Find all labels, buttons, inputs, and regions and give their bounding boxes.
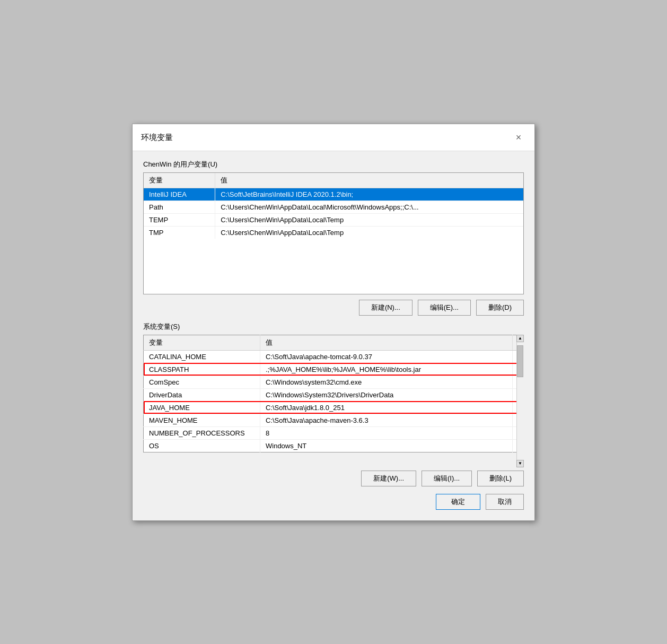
scrollbar-thumb[interactable]	[517, 345, 523, 377]
scrollbar-down-arrow[interactable]: ▼	[516, 460, 524, 467]
user-col-var: 变量	[144, 173, 215, 188]
system-delete-button[interactable]: 删除(L)	[477, 471, 524, 486]
user-val-cell: C:\Soft\JetBrains\IntelliJ IDEA 2020.1.2…	[215, 188, 523, 201]
user-table-row[interactable]: TMPC:\Users\ChenWin\AppData\Local\Temp	[144, 226, 523, 239]
user-table-row[interactable]: TEMPC:\Users\ChenWin\AppData\Local\Temp	[144, 213, 523, 226]
cancel-button[interactable]: 取消	[486, 494, 524, 510]
user-col-val: 值	[215, 173, 523, 188]
system-val-cell: 8	[260, 427, 513, 439]
bottom-buttons-row: 确定 取消	[143, 494, 524, 510]
dialog-title: 环境变量	[141, 133, 173, 143]
system-table-row[interactable]: OSWindows_NT	[144, 439, 524, 452]
scrollbar-track: ▲ ▼	[516, 335, 524, 467]
user-section-label: ChenWin 的用户变量(U)	[143, 160, 524, 169]
system-variables-table: 变量 值 CATALINA_HOMEC:\Soft\Java\apache-to…	[143, 335, 524, 452]
system-table-row[interactable]: DriverDataC:\Windows\System32\Drivers\Dr…	[144, 388, 524, 401]
system-var-cell: MAVEN_HOME	[144, 414, 260, 427]
system-table-row[interactable]: JAVA_HOMEC:\Soft\Java\jdk1.8.0_251	[144, 401, 524, 414]
close-button[interactable]: ×	[511, 130, 526, 145]
scrollbar-up-arrow[interactable]: ▲	[516, 335, 524, 342]
system-edit-button[interactable]: 编辑(I)...	[422, 471, 472, 486]
system-val-cell: .;%JAVA_HOME%\lib;%JAVA_HOME%\lib\tools.…	[260, 363, 513, 376]
user-var-cell: IntelliJ IDEA	[144, 188, 215, 201]
system-variables-section: 系统变量(S) 变量 值 CATALINA_HOMEC:\Soft\Java\a…	[143, 322, 524, 486]
user-variables-section: ChenWin 的用户变量(U) 变量 值 IntelliJ IDEAC:\So…	[143, 160, 524, 316]
system-var-cell: CLASSPATH	[144, 363, 260, 376]
system-section-label: 系统变量(S)	[143, 322, 524, 332]
system-var-cell: NUMBER_OF_PROCESSORS	[144, 427, 260, 439]
system-table-row[interactable]: NUMBER_OF_PROCESSORS8	[144, 427, 524, 439]
user-variables-table: 变量 值 IntelliJ IDEAC:\Soft\JetBrains\Inte…	[144, 173, 523, 239]
system-col-var: 变量	[144, 335, 260, 350]
system-var-cell: DriverData	[144, 388, 260, 401]
environment-variables-dialog: 环境变量 × ChenWin 的用户变量(U) 变量 值 IntelliJ ID…	[132, 124, 535, 521]
user-var-cell: TEMP	[144, 213, 215, 226]
user-variables-table-container: 变量 值 IntelliJ IDEAC:\Soft\JetBrains\Inte…	[143, 172, 524, 294]
title-bar: 环境变量 ×	[133, 124, 534, 151]
system-val-cell: C:\Soft\Java\jdk1.8.0_251	[260, 401, 513, 414]
system-table-row[interactable]: CATALINA_HOMEC:\Soft\Java\apache-tomcat-…	[144, 350, 524, 363]
user-table-header: 变量 值	[144, 173, 523, 188]
system-var-cell: JAVA_HOME	[144, 401, 260, 414]
user-new-button[interactable]: 新建(N)...	[359, 300, 413, 316]
user-buttons-row: 新建(N)... 编辑(E)... 删除(D)	[143, 300, 524, 316]
system-table-header: 变量 值	[144, 335, 524, 350]
system-new-button[interactable]: 新建(W)...	[361, 471, 416, 486]
system-table-row[interactable]: CLASSPATH.;%JAVA_HOME%\lib;%JAVA_HOME%\l…	[144, 363, 524, 376]
system-variables-table-container: 变量 值 CATALINA_HOMEC:\Soft\Java\apache-to…	[143, 335, 524, 467]
user-table-row[interactable]: PathC:\Users\ChenWin\AppData\Local\Micro…	[144, 201, 523, 213]
system-val-cell: C:\Windows\System32\Drivers\DriverData	[260, 388, 513, 401]
user-delete-button[interactable]: 删除(D)	[476, 300, 524, 316]
system-table-row[interactable]: ComSpecC:\Windows\system32\cmd.exe	[144, 376, 524, 388]
system-buttons-row: 新建(W)... 编辑(I)... 删除(L)	[143, 471, 524, 486]
user-val-cell: C:\Users\ChenWin\AppData\Local\Microsoft…	[215, 201, 523, 213]
confirm-button[interactable]: 确定	[436, 494, 480, 510]
system-val-cell: Windows_NT	[260, 439, 513, 452]
user-edit-button[interactable]: 编辑(E)...	[418, 300, 471, 316]
system-table-body: CATALINA_HOMEC:\Soft\Java\apache-tomcat-…	[144, 350, 524, 452]
system-val-cell: C:\Soft\Java\apache-maven-3.6.3	[260, 414, 513, 427]
system-val-cell: C:\Soft\Java\apache-tomcat-9.0.37	[260, 350, 513, 363]
user-table-body: IntelliJ IDEAC:\Soft\JetBrains\IntelliJ …	[144, 188, 523, 239]
system-var-cell: CATALINA_HOME	[144, 350, 260, 363]
user-var-cell: TMP	[144, 226, 215, 239]
system-col-val: 值	[260, 335, 513, 350]
system-var-cell: ComSpec	[144, 376, 260, 388]
dialog-body: ChenWin 的用户变量(U) 变量 值 IntelliJ IDEAC:\So…	[133, 151, 534, 520]
user-val-cell: C:\Users\ChenWin\AppData\Local\Temp	[215, 213, 523, 226]
system-var-cell: OS	[144, 439, 260, 452]
system-table-row[interactable]: MAVEN_HOMEC:\Soft\Java\apache-maven-3.6.…	[144, 414, 524, 427]
user-table-row[interactable]: IntelliJ IDEAC:\Soft\JetBrains\IntelliJ …	[144, 188, 523, 201]
user-var-cell: Path	[144, 201, 215, 213]
user-val-cell: C:\Users\ChenWin\AppData\Local\Temp	[215, 226, 523, 239]
system-val-cell: C:\Windows\system32\cmd.exe	[260, 376, 513, 388]
